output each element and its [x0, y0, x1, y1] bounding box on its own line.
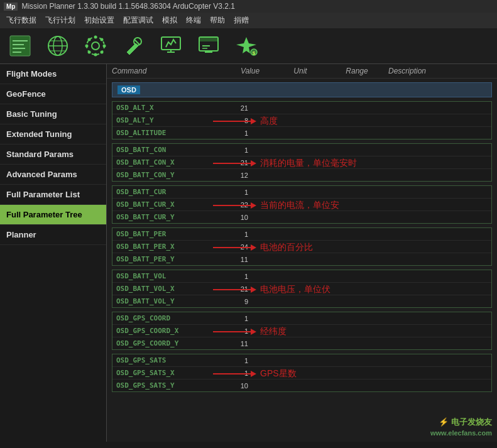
param-group-batt-per-group: OSD_BATT_PER1OSD_BATT_PER_X24OSD_BATT_PE…	[112, 227, 492, 266]
param-value: 12	[217, 172, 254, 179]
param-row[interactable]: OSD_GPS_COORD_X1	[112, 325, 491, 337]
flight-data-icon	[8, 33, 33, 58]
content-area[interactable]: Command Value Unit Range Description OSD…	[107, 64, 497, 442]
param-value: 10	[217, 382, 254, 390]
param-value: 10	[217, 214, 254, 221]
param-row[interactable]: OSD_ALT_X21	[112, 102, 491, 114]
param-row[interactable]: OSD_BATT_PER_Y11	[112, 253, 491, 265]
titlebar: Mp Mission Planner 1.3.30 build 1.1.5648…	[0, 0, 497, 13]
svg-point-10	[92, 42, 99, 50]
param-row[interactable]: OSD_BATT_VOL1	[112, 270, 491, 283]
param-name: OSD_BATT_CUR_X	[116, 200, 217, 209]
sidebar: Flight ModesGeoFenceBasic TuningExtended…	[0, 64, 107, 442]
param-name: OSD_GPS_COORD_X	[116, 327, 217, 335]
col-command: Command	[112, 67, 225, 75]
param-value: 24	[217, 243, 254, 251]
initial-setup-btn[interactable]	[79, 31, 112, 61]
param-name: OSD_BATT_PER_Y	[116, 255, 217, 263]
flight-data-btn[interactable]	[4, 31, 36, 61]
param-row[interactable]: OSD_BATT_VOL_X21	[112, 283, 491, 295]
terminal-icon	[196, 33, 221, 58]
sidebar-item-advanced-params[interactable]: Advanced Params	[0, 165, 106, 185]
param-group-gps-coord-group: OSD_GPS_COORD1OSD_GPS_COORD_X1OSD_GPS_CO…	[112, 312, 492, 350]
param-row[interactable]: OSD_GPS_SATS_Y10	[112, 380, 491, 391]
sidebar-item-flight-modes[interactable]: Flight Modes	[0, 64, 106, 84]
watermark: ⚡ 电子发烧友 www.elecfans.com	[430, 417, 492, 438]
param-row[interactable]: OSD_BATT_CUR_Y10	[112, 211, 491, 223]
param-name: OSD_ALTITUDE	[116, 129, 217, 137]
menu-item-[interactable]: 捐赠	[230, 14, 253, 27]
app-title: Mission Planner 1.3.30 build 1.1.5648.36…	[21, 2, 235, 11]
sidebar-item-extended-tuning[interactable]: Extended Tuning	[0, 124, 106, 145]
col-range: Range	[325, 67, 388, 75]
menu-item-[interactable]: 帮助	[206, 14, 229, 27]
svg-point-19	[88, 51, 91, 54]
col-value: Value	[225, 67, 275, 75]
param-name: OSD_BATT_CON	[116, 146, 217, 154]
sidebar-item-geofence[interactable]: GeoFence	[0, 84, 106, 104]
svg-rect-25	[200, 38, 217, 41]
monitor-icon	[158, 33, 183, 58]
param-value: 1	[217, 327, 254, 335]
param-row[interactable]: OSD_BATT_CON_Y12	[112, 169, 491, 181]
param-value: 11	[217, 340, 254, 347]
param-value: 21	[217, 159, 254, 167]
menu-item-[interactable]: 终端	[182, 14, 205, 27]
param-row[interactable]: OSD_BATT_CON1	[112, 144, 491, 156]
sidebar-item-standard-params[interactable]: Standard Params	[0, 145, 106, 165]
config-btn[interactable]	[117, 31, 150, 61]
menu-item-[interactable]: 飞行数据	[3, 14, 40, 27]
param-row[interactable]: OSD_BATT_VOL_Y9	[112, 295, 491, 307]
param-name: OSD_ALT_X	[116, 104, 217, 112]
toolbar: $	[0, 28, 497, 64]
param-row[interactable]: OSD_ALT_Y8	[112, 114, 491, 127]
param-row[interactable]: OSD_BATT_PER_X24	[112, 241, 491, 253]
param-row[interactable]: OSD_BATT_CUR_X22	[112, 199, 491, 211]
menu-item-[interactable]: 初始设置	[80, 14, 118, 27]
param-value: 1	[217, 273, 254, 280]
param-name: OSD_GPS_COORD	[116, 314, 217, 322]
param-row[interactable]: OSD_GPS_COORD1	[112, 312, 491, 325]
menu-item-[interactable]: 模拟	[158, 14, 181, 27]
param-row[interactable]: OSD_BATT_CUR1	[112, 186, 491, 199]
flight-plan-btn[interactable]	[41, 31, 74, 61]
param-row[interactable]: OSD_GPS_COORD_Y11	[112, 337, 491, 349]
col-description: Description	[388, 67, 492, 75]
param-row[interactable]: OSD_BATT_CON_X21	[112, 156, 491, 169]
param-name: OSD_BATT_CUR_Y	[116, 213, 217, 221]
param-value: 21	[217, 104, 254, 112]
param-row[interactable]: OSD_GPS_SATS_X1	[112, 367, 491, 380]
param-name: OSD_GPS_SATS_Y	[116, 381, 217, 390]
sidebar-item-full-parameter-tree[interactable]: Full Parameter Tree	[0, 205, 106, 225]
sidebar-item-planner[interactable]: Planner	[0, 225, 106, 245]
param-name: OSD_ALT_Y	[116, 116, 217, 124]
param-value: 1	[217, 369, 254, 377]
menu-item-[interactable]: 配置调试	[119, 14, 157, 27]
sidebar-item-basic-tuning[interactable]: Basic Tuning	[0, 104, 106, 124]
terminal-btn[interactable]	[192, 31, 225, 61]
param-name: OSD_BATT_VOL_X	[116, 285, 217, 293]
param-value: 1	[217, 357, 254, 364]
param-value: 8	[217, 117, 254, 124]
param-value: 1	[217, 231, 254, 238]
menubar: 飞行数据飞行计划初始设置配置调试模拟终端帮助捐赠	[0, 13, 497, 28]
param-group-batt-cur-group: OSD_BATT_CUR1OSD_BATT_CUR_X22OSD_BATT_CU…	[112, 185, 492, 224]
param-name: OSD_GPS_SATS	[116, 356, 217, 364]
param-name: OSD_GPS_SATS_X	[116, 369, 217, 377]
menu-item-[interactable]: 飞行计划	[41, 14, 79, 27]
param-value: 1	[217, 146, 254, 154]
airplane-icon: $	[234, 33, 259, 58]
param-name: OSD_BATT_VOL_Y	[116, 297, 217, 305]
param-name: OSD_BATT_VOL	[116, 272, 217, 280]
sidebar-item-full-parameter-list[interactable]: Full Parameter List	[0, 185, 106, 205]
param-name: OSD_BATT_PER_X	[116, 243, 217, 251]
svg-point-18	[101, 38, 104, 41]
svg-point-15	[103, 45, 106, 48]
help-btn[interactable]: $	[230, 31, 263, 61]
param-row[interactable]: OSD_BATT_PER1	[112, 228, 491, 241]
column-headers: Command Value Unit Range Description	[107, 64, 497, 79]
param-row[interactable]: OSD_GPS_SATS1	[112, 354, 491, 367]
param-group-batt-vol-group: OSD_BATT_VOL1OSD_BATT_VOL_X21OSD_BATT_VO…	[112, 270, 492, 308]
simulation-btn[interactable]	[155, 31, 187, 61]
param-row[interactable]: OSD_ALTITUDE1	[112, 127, 491, 139]
